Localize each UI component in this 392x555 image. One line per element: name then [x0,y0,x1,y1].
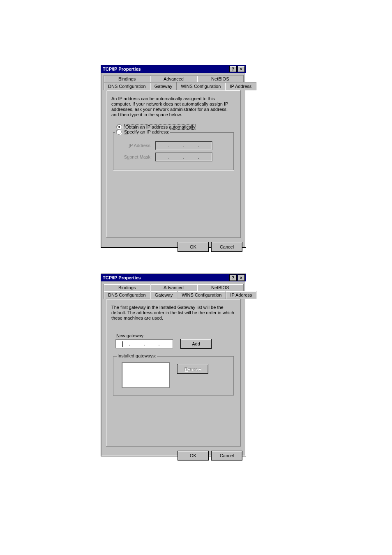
new-gateway-label: New gateway: [116,333,236,338]
specify-group: Specify an IP address: IP Address: ... S… [113,132,234,170]
titlebar[interactable]: TCP/IP Properties ? × [101,65,246,73]
tab-panel-ip: An IP address can be automatically assig… [106,90,241,238]
close-button[interactable]: × [238,66,245,72]
radio-specify[interactable]: Specify an IP address: [115,129,170,135]
help-icon: ? [232,276,234,280]
cancel-button[interactable]: Cancel [211,242,242,252]
help-button[interactable]: ? [229,66,237,72]
close-icon: × [240,276,242,280]
tab-netbios[interactable]: NetBIOS [197,75,244,82]
cancel-button[interactable]: Cancel [211,451,242,461]
help-icon: ? [232,67,234,71]
installed-gateways-list[interactable] [122,362,170,388]
tab-strip: Bindings Advanced NetBIOS DNS Configurat… [104,75,243,238]
tab-ip-address[interactable]: IP Address [226,291,256,299]
tab-wins-configuration[interactable]: WINS Configuration [176,82,225,90]
tab-bindings[interactable]: Bindings [104,284,150,291]
radio-icon [116,129,122,135]
installed-gateways-group: Installed gateways: Remove [113,356,234,396]
close-button[interactable]: × [238,274,245,281]
ip-address-input[interactable]: ... [155,141,212,150]
remove-button[interactable]: Remove [177,364,208,374]
tab-ip-address[interactable]: IP Address [225,82,256,90]
add-button[interactable]: Add [180,339,212,349]
radio-specify-label: Specify an IP address: [124,129,169,134]
subnet-mask-input[interactable]: ... [155,152,212,161]
tab-netbios[interactable]: NetBIOS [197,284,244,291]
tab-dns-configuration[interactable]: DNS Configuration [104,291,150,299]
ok-button[interactable]: OK [178,451,209,461]
new-gateway-input[interactable]: ... [115,339,173,348]
dialog-buttons: OK Cancel [101,240,246,255]
ok-button[interactable]: OK [178,242,209,252]
window-title: TCP/IP Properties [102,67,228,71]
tab-panel-gateway: The first gateway in the Installed Gatew… [106,299,241,447]
tab-gateway[interactable]: Gateway [150,82,177,90]
tab-gateway[interactable]: Gateway [150,291,178,299]
tab-advanced[interactable]: Advanced [150,284,197,291]
tab-strip: Bindings Advanced NetBIOS DNS Configurat… [104,284,243,447]
ip-description: An IP address can be automatically assig… [111,96,235,117]
subnet-mask-label: Subnet Mask: [117,154,152,159]
tab-wins-configuration[interactable]: WINS Configuration [177,291,226,299]
window-title: TCP/IP Properties [102,275,228,280]
tcpip-properties-dialog-gateway: TCP/IP Properties ? × Bindings Advanced … [101,274,246,456]
installed-gateways-label: Installed gateways: [117,353,157,358]
tcpip-properties-dialog-ip: TCP/IP Properties ? × Bindings Advanced … [101,65,246,248]
dialog-buttons: OK Cancel [101,449,246,464]
gateway-description: The first gateway in the Installed Gatew… [111,305,235,321]
ip-address-label: IP Address: [117,143,152,148]
close-icon: × [240,67,242,71]
tab-bindings[interactable]: Bindings [104,75,150,82]
tab-dns-configuration[interactable]: DNS Configuration [104,82,150,90]
tab-advanced[interactable]: Advanced [150,75,197,82]
help-button[interactable]: ? [229,274,237,281]
titlebar[interactable]: TCP/IP Properties ? × [101,274,246,281]
